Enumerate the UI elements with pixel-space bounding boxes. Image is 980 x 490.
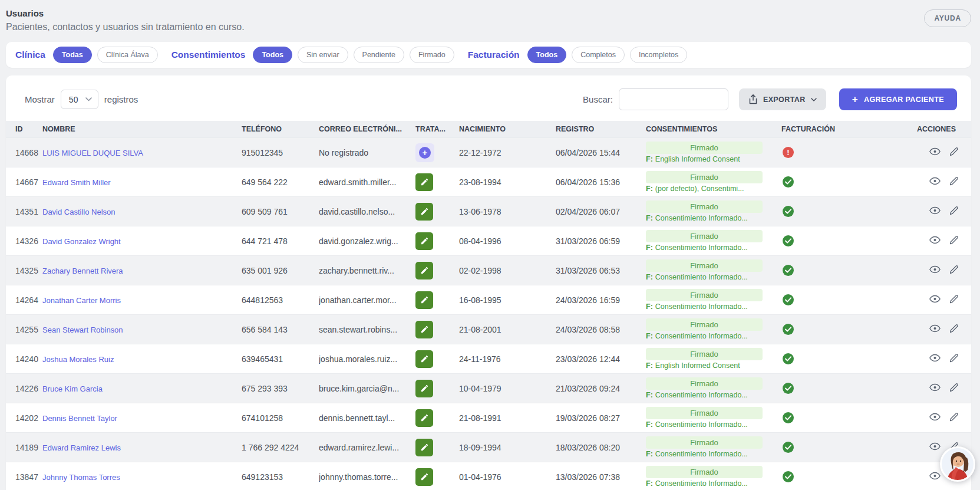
plus-icon: + — [852, 94, 858, 104]
cell-consents: FirmadoF:English Informed Consent — [646, 344, 781, 374]
patient-name-link[interactable]: Edward Ramirez Lewis — [42, 443, 121, 452]
cell-registered: 23/03/2026 12:44 — [556, 344, 646, 374]
export-button[interactable]: EXPORTAR — [739, 88, 826, 110]
cell-patient-id: 14667 — [6, 167, 42, 197]
consent-detail: F:English Informed Consent — [646, 155, 763, 163]
edit-treatment-button[interactable] — [415, 203, 433, 221]
add-treatment-button[interactable]: + — [415, 143, 434, 162]
edit-patient-button[interactable] — [948, 264, 959, 277]
filter-pill-facturaci-n-completos[interactable]: Completos — [572, 47, 625, 63]
consent-prefix: F: — [646, 450, 653, 458]
view-patient-button[interactable] — [928, 264, 942, 277]
view-patient-button[interactable] — [928, 146, 942, 159]
filter-pill-facturaci-n-todos[interactable]: Todos — [527, 47, 567, 63]
help-button[interactable]: AYUDA — [924, 9, 971, 27]
edit-patient-button[interactable] — [948, 146, 959, 159]
patient-name-link[interactable]: Edward Smith Miller — [42, 178, 111, 187]
patient-name-link[interactable]: Johnny Thomas Torres — [42, 473, 120, 482]
view-patient-button[interactable] — [928, 176, 942, 188]
filter-pill-consentimientos-firmado[interactable]: Firmado — [410, 47, 454, 63]
patient-name-link[interactable]: Joshua Morales Ruiz — [42, 355, 114, 364]
page-size-select[interactable]: 50 — [61, 90, 98, 109]
edit-patient-button[interactable] — [948, 175, 959, 189]
view-patient-button[interactable] — [928, 294, 942, 306]
consent-status-badge: Firmado — [646, 200, 763, 213]
add-patient-button[interactable]: + AGREGAR PACIENTE — [839, 88, 957, 110]
cell-registered: 06/04/2026 15:36 — [556, 167, 646, 197]
cell-patient-name: Edward Smith Miller — [42, 167, 242, 197]
patient-name-link[interactable]: Zachary Bennett Rivera — [42, 267, 123, 275]
cell-billing — [781, 374, 903, 403]
edit-treatment-button[interactable] — [415, 321, 433, 338]
filter-pill-facturaci-n-incompletos[interactable]: Incompletos — [630, 47, 687, 63]
edit-treatment-button[interactable] — [415, 439, 433, 456]
filter-pill-cl-nica-todas[interactable]: Todas — [53, 47, 92, 63]
column-header-correo-electr-ni: CORREO ELECTRÓNI... — [319, 121, 415, 138]
edit-treatment-button[interactable] — [415, 380, 433, 397]
edit-treatment-button[interactable] — [415, 262, 433, 279]
filter-pill-consentimientos-sin-enviar[interactable]: Sin enviar — [298, 47, 348, 63]
filter-bar: ClínicaTodasClínica ÁlavaConsentimientos… — [6, 42, 971, 68]
edit-treatment-button[interactable] — [415, 291, 433, 309]
show-label: Mostrar — [25, 94, 55, 104]
consent-detail: F:Consentimiento Informado... — [646, 420, 763, 429]
patient-name-link[interactable]: David Gonzalez Wright — [42, 237, 121, 246]
edit-treatment-button[interactable] — [415, 173, 433, 191]
cell-birthdate: 08-04-1996 — [459, 226, 556, 256]
cell-email: joshua.morales.ruiz... — [319, 344, 415, 374]
filter-pill-consentimientos-pendiente[interactable]: Pendiente — [354, 47, 404, 63]
edit-treatment-button[interactable] — [415, 409, 433, 427]
edit-treatment-button[interactable] — [415, 232, 433, 250]
cell-email: jonathan.carter.mor... — [319, 285, 415, 315]
cell-actions — [903, 285, 971, 315]
patient-name-link[interactable]: Dennis Bennett Taylor — [42, 414, 117, 423]
patient-name-link[interactable]: Jonathan Carter Morris — [42, 296, 121, 305]
consent-prefix: F: — [646, 302, 653, 311]
view-patient-button[interactable] — [928, 323, 942, 336]
view-patient-button[interactable] — [928, 382, 942, 394]
cell-patient-id: 14202 — [6, 403, 42, 433]
patient-name-link[interactable]: David Castillo Nelson — [42, 208, 116, 216]
edit-patient-button[interactable] — [948, 234, 959, 248]
consent-status-badge: Firmado — [646, 171, 763, 183]
cell-email: johnny.thomas.torre... — [319, 462, 415, 490]
search-input[interactable] — [619, 88, 728, 110]
cell-actions — [903, 315, 971, 344]
column-header-trata: TRATA... — [415, 121, 459, 138]
consent-status-badge: Firmado — [646, 230, 763, 242]
cell-phone: 1 766 292 4224 — [242, 433, 319, 462]
edit-pencil-icon — [949, 176, 958, 186]
column-header-nombre: NOMBRE — [42, 121, 242, 138]
edit-pencil-icon — [949, 147, 958, 156]
cell-phone: 635 001 926 — [242, 256, 319, 285]
edit-patient-button[interactable] — [948, 382, 959, 395]
view-patient-button[interactable] — [928, 205, 942, 218]
filter-pill-cl-nica-cl-nica-lava[interactable]: Clínica Álava — [97, 47, 158, 63]
view-eye-icon — [929, 354, 941, 362]
view-patient-button[interactable] — [928, 412, 942, 424]
help-avatar[interactable] — [940, 446, 975, 482]
table-row: 14326David Gonzalez Wright644 721 478dav… — [6, 226, 971, 256]
edit-treatment-button[interactable] — [415, 350, 433, 368]
patient-name-link[interactable]: Bruce Kim Garcia — [42, 384, 103, 393]
cell-billing — [781, 315, 903, 344]
view-patient-button[interactable] — [928, 353, 942, 365]
patient-name-link[interactable]: LUIS MIGUEL DUQUE SILVA — [42, 149, 143, 157]
edit-patient-button[interactable] — [948, 205, 959, 218]
cell-registered: 06/04/2026 15:44 — [556, 138, 646, 167]
filter-pill-consentimientos-todos[interactable]: Todos — [253, 47, 292, 63]
check-icon — [785, 445, 791, 450]
edit-pencil-icon — [949, 324, 958, 333]
pencil-icon — [420, 384, 429, 393]
cell-email: bruce.kim.garcia@n... — [319, 374, 415, 403]
view-patient-button[interactable] — [928, 235, 942, 247]
edit-patient-button[interactable] — [948, 411, 959, 425]
cell-treatment — [415, 315, 459, 344]
edit-treatment-button[interactable] — [415, 468, 433, 486]
edit-patient-button[interactable] — [948, 352, 959, 366]
cell-actions — [903, 197, 971, 226]
patient-name-link[interactable]: Sean Stewart Robinson — [42, 325, 123, 334]
edit-patient-button[interactable] — [948, 323, 959, 336]
edit-patient-button[interactable] — [948, 293, 959, 307]
cell-consents: FirmadoF:Consentimiento Informado... — [646, 285, 781, 315]
